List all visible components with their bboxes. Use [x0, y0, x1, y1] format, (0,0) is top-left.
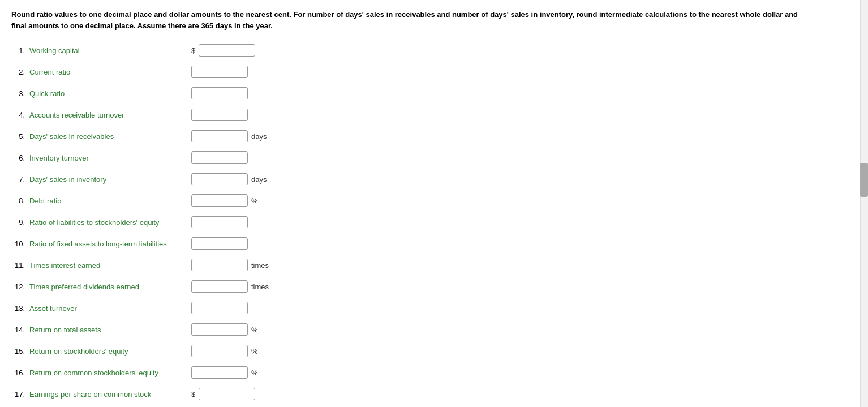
item-number: 14. [11, 326, 27, 334]
item-number: 10. [11, 240, 27, 248]
ratio-input-8[interactable] [191, 194, 248, 207]
input-suffix: times [251, 261, 269, 270]
ratio-item: 10.Ratio of fixed assets to long-term li… [11, 236, 857, 252]
item-label: Quick ratio [27, 89, 191, 98]
item-label: Times preferred dividends earned [27, 283, 191, 291]
scrollbar[interactable] [860, 0, 868, 407]
item-number: 1. [11, 46, 27, 55]
item-number: 2. [11, 68, 27, 76]
item-number: 17. [11, 390, 27, 399]
item-label: Return on stockholders' equity [27, 347, 191, 356]
ratio-item: 17.Earnings per share on common stock$ [11, 386, 857, 402]
item-number: 5. [11, 132, 27, 141]
ratio-item: 11.Times interest earnedtimes [11, 257, 857, 273]
input-wrapper: times [191, 280, 269, 293]
item-number: 13. [11, 304, 27, 313]
ratio-item: 14.Return on total assets% [11, 322, 857, 337]
ratio-input-11[interactable] [191, 259, 248, 271]
ratio-input-7[interactable] [191, 173, 248, 185]
item-number: 9. [11, 218, 27, 227]
input-wrapper [191, 66, 248, 78]
ratio-item: 8.Debt ratio% [11, 193, 857, 209]
ratio-item: 15.Return on stockholders' equity% [11, 343, 857, 359]
input-suffix: % [251, 369, 258, 377]
ratio-list: 1.Working capital$2.Current ratio3.Quick… [11, 42, 857, 407]
input-wrapper: % [191, 194, 258, 207]
item-label: Ratio of fixed assets to long-term liabi… [27, 240, 191, 248]
ratio-input-6[interactable] [191, 151, 248, 164]
item-label: Times interest earned [27, 261, 191, 270]
ratio-input-9[interactable] [191, 216, 248, 228]
ratio-item: 16.Return on common stockholders' equity… [11, 365, 857, 380]
ratio-item: 7.Days' sales in inventorydays [11, 171, 857, 187]
item-number: 3. [11, 89, 27, 98]
ratio-input-16[interactable] [191, 366, 248, 379]
item-label: Inventory turnover [27, 154, 191, 162]
ratio-input-4[interactable] [191, 109, 248, 121]
item-label: Ratio of liabilities to stockholders' eq… [27, 218, 191, 227]
item-label: Return on common stockholders' equity [27, 369, 191, 377]
ratio-item: 4.Accounts receivable turnover [11, 107, 857, 123]
input-wrapper: % [191, 345, 258, 357]
ratio-item: 3.Quick ratio [11, 85, 857, 101]
ratio-item: 6.Inventory turnover [11, 150, 857, 166]
input-suffix: times [251, 283, 269, 291]
item-number: 8. [11, 197, 27, 205]
ratio-item: 9.Ratio of liabilities to stockholders' … [11, 214, 857, 230]
ratio-item: 1.Working capital$ [11, 42, 857, 58]
input-suffix: % [251, 197, 258, 205]
ratio-item: 5.Days' sales in receivablesdays [11, 128, 857, 144]
item-label: Current ratio [27, 68, 191, 76]
item-label: Days' sales in receivables [27, 132, 191, 141]
ratio-input-3[interactable] [191, 87, 248, 99]
input-wrapper: $ [191, 44, 255, 57]
ratio-item: 2.Current ratio [11, 64, 857, 80]
item-label: Days' sales in inventory [27, 175, 191, 184]
item-number: 12. [11, 283, 27, 291]
input-wrapper [191, 151, 248, 164]
ratio-item: 13.Asset turnover [11, 300, 857, 316]
item-label: Working capital [27, 46, 191, 55]
item-label: Asset turnover [27, 304, 191, 313]
ratio-input-17[interactable] [199, 388, 255, 400]
input-wrapper [191, 237, 248, 250]
input-wrapper: % [191, 366, 258, 379]
input-prefix: $ [191, 390, 195, 399]
item-label: Return on total assets [27, 326, 191, 334]
item-number: 15. [11, 347, 27, 356]
input-wrapper [191, 87, 248, 99]
input-suffix: % [251, 326, 258, 334]
input-prefix: $ [191, 46, 195, 55]
ratio-item: 12.Times preferred dividends earnedtimes [11, 279, 857, 295]
input-wrapper [191, 216, 248, 228]
item-label: Accounts receivable turnover [27, 111, 191, 119]
input-wrapper: days [191, 130, 267, 142]
item-number: 16. [11, 369, 27, 377]
scrollbar-thumb[interactable] [860, 163, 868, 197]
ratio-input-12[interactable] [191, 280, 248, 293]
input-wrapper [191, 109, 248, 121]
ratio-input-1[interactable] [199, 44, 255, 57]
item-label: Earnings per share on common stock [27, 390, 191, 399]
ratio-input-5[interactable] [191, 130, 248, 142]
ratio-input-15[interactable] [191, 345, 248, 357]
input-suffix: days [251, 132, 267, 141]
input-wrapper: % [191, 323, 258, 336]
item-number: 6. [11, 154, 27, 162]
input-wrapper: days [191, 173, 267, 185]
ratio-input-13[interactable] [191, 302, 248, 314]
item-number: 4. [11, 111, 27, 119]
item-label: Debt ratio [27, 197, 191, 205]
item-number: 11. [11, 261, 27, 270]
ratio-input-10[interactable] [191, 237, 248, 250]
input-wrapper [191, 302, 248, 314]
input-suffix: days [251, 175, 267, 184]
ratio-input-14[interactable] [191, 323, 248, 336]
ratio-input-2[interactable] [191, 66, 248, 78]
input-wrapper: $ [191, 388, 255, 400]
item-number: 7. [11, 175, 27, 184]
input-suffix: % [251, 347, 258, 356]
input-wrapper: times [191, 259, 269, 271]
instructions-text: Round ratio values to one decimal place … [11, 9, 803, 31]
